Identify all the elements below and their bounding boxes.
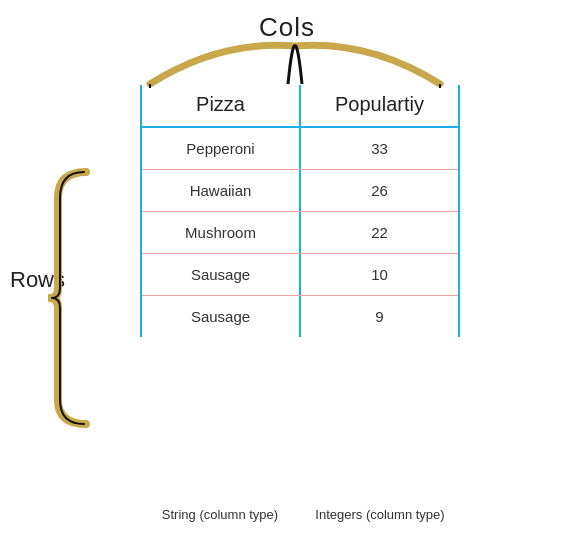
table-row: Mushroom 22 xyxy=(142,212,458,254)
table-row: Sausage 10 xyxy=(142,254,458,296)
annotation-string: String (column type) xyxy=(140,503,300,522)
cell-pop-3: 10 xyxy=(301,254,458,295)
annotation-integers-label: Integers (column type) xyxy=(315,507,444,522)
main-container: Cols Rows Pizza Populartiy xyxy=(0,0,563,540)
cell-pizza-0: Pepperoni xyxy=(142,128,301,169)
cell-pop-2: 22 xyxy=(301,212,458,253)
cell-pizza-2: Mushroom xyxy=(142,212,301,253)
table-header-row: Pizza Populartiy xyxy=(142,85,458,128)
cell-pizza-3: Sausage xyxy=(142,254,301,295)
cell-pop-0: 33 xyxy=(301,128,458,169)
cell-pop-4: 9 xyxy=(301,296,458,337)
table-row: Pepperoni 33 xyxy=(142,128,458,170)
annotation-integers: Integers (column type) xyxy=(300,503,460,522)
cell-pizza-1: Hawaiian xyxy=(142,170,301,211)
table-row: Sausage 9 xyxy=(142,296,458,337)
rows-brace-decoration xyxy=(48,168,88,423)
cols-arch-decoration xyxy=(140,36,450,86)
cell-pizza-4: Sausage xyxy=(142,296,301,337)
bottom-annotations: String (column type) Integers (column ty… xyxy=(140,503,460,522)
data-table: Pizza Populartiy Pepperoni 33 Hawaiian 2… xyxy=(140,85,460,337)
annotation-string-label: String (column type) xyxy=(162,507,278,522)
table-row: Hawaiian 26 xyxy=(142,170,458,212)
col-header-pizza: Pizza xyxy=(142,85,301,126)
col-header-popularity: Populartiy xyxy=(301,85,458,126)
cell-pop-1: 26 xyxy=(301,170,458,211)
